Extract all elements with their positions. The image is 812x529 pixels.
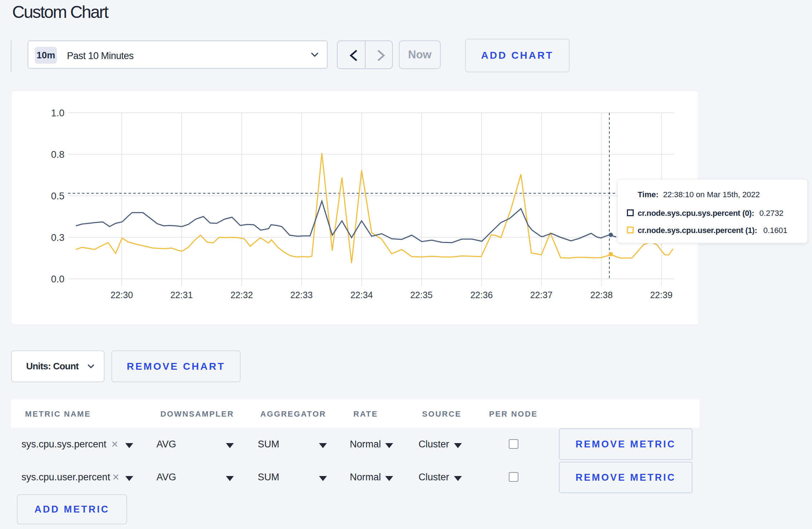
svg-text:0.8: 0.8 — [51, 149, 64, 160]
svg-text:22:34: 22:34 — [351, 290, 373, 300]
svg-text:22:30: 22:30 — [111, 290, 133, 300]
svg-text:0.5: 0.5 — [51, 191, 64, 202]
svg-text:22:36: 22:36 — [470, 290, 493, 300]
svg-text:0.3: 0.3 — [51, 232, 64, 243]
svg-text:0.0: 0.0 — [51, 274, 64, 285]
svg-text:22:39: 22:39 — [650, 290, 673, 300]
svg-text:22:33: 22:33 — [290, 290, 313, 300]
svg-text:22:37: 22:37 — [530, 290, 553, 300]
svg-text:22:32: 22:32 — [231, 290, 253, 300]
svg-text:22:38: 22:38 — [590, 290, 613, 300]
svg-text:22:35: 22:35 — [410, 290, 433, 300]
svg-text:22:31: 22:31 — [170, 290, 193, 300]
svg-text:1.0: 1.0 — [51, 108, 64, 118]
